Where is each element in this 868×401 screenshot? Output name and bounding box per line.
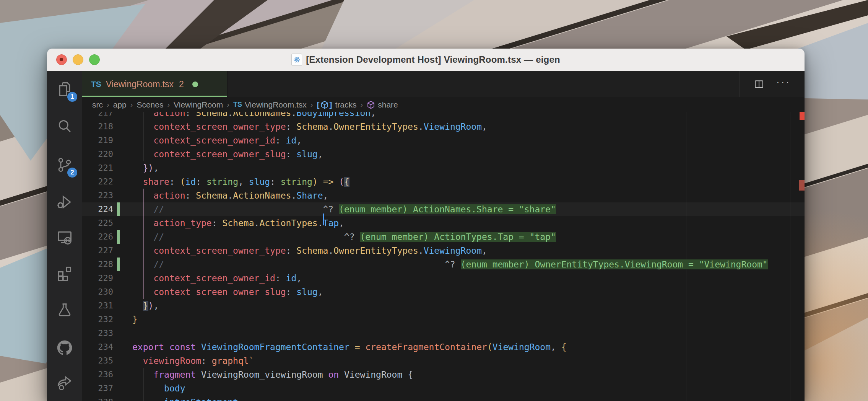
code-line-235[interactable]: 235 viewingRoom: graphql`	[82, 354, 805, 368]
tab-bar: TS ViewingRoom.tsx 2 ···	[82, 71, 805, 97]
minimize-window-button[interactable]	[73, 54, 83, 65]
activity-bar-item-run-and-debug[interactable]	[47, 189, 82, 215]
inline-type-annotation: (enum member) ActionNames.Share = "share…	[339, 204, 556, 214]
code-text: viewingRoom: graphql`	[132, 354, 254, 368]
code-text: context_screen_owner_type: Schema.OwnerE…	[132, 244, 487, 258]
line-number: 232	[82, 313, 113, 326]
code-line-236[interactable]: 236 fragment ViewingRoom_viewingRoom on …	[82, 368, 805, 381]
activity-bar-item-testing[interactable]	[47, 297, 82, 324]
code-line-219[interactable]: 219 context_screen_owner_id: id,	[82, 134, 805, 147]
activity-bar-item-search[interactable]	[47, 113, 82, 140]
zoom-window-button[interactable]	[89, 54, 100, 65]
code-line-217[interactable]: 217 action: Schema.ActionNames.BodyImpre…	[82, 112, 805, 120]
code-text: }),	[132, 161, 159, 175]
code-line-224[interactable]: 224 // ^? (enum member) ActionNames.Shar…	[82, 202, 805, 216]
explorer-badge: 1	[67, 92, 77, 102]
activity-bar-item-github[interactable]	[47, 334, 82, 361]
activity-bar: 12	[47, 71, 82, 401]
breadcrumb-item-tracks[interactable]: []tracks	[317, 100, 357, 109]
code-text: body	[132, 381, 185, 395]
breadcrumb-separator: ›	[130, 100, 133, 109]
editor-actions: ···	[739, 71, 805, 97]
line-number: 219	[82, 134, 113, 147]
git-modified-gutter-bar	[117, 202, 120, 216]
code-line-233[interactable]: 233	[82, 326, 805, 340]
close-window-button[interactable]	[56, 54, 67, 65]
breadcrumb-separator: ›	[167, 100, 170, 109]
traffic-lights	[47, 54, 100, 65]
line-number: 225	[82, 216, 113, 230]
vscode-window: [Extension Development Host] ViewingRoom…	[47, 49, 805, 401]
live-share-icon	[56, 375, 73, 391]
code-editor[interactable]: 217 action: Schema.ActionNames.BodyImpre…	[82, 112, 805, 401]
code-line-230[interactable]: 230 context_screen_owner_slug: slug,	[82, 285, 805, 299]
tab-filename: ViewingRoom.tsx	[106, 79, 174, 90]
source-control-badge: 2	[67, 168, 77, 178]
code-line-238[interactable]: 238 introStatement	[82, 395, 805, 401]
line-number: 228	[82, 258, 113, 271]
breadcrumb-item-src[interactable]: src	[92, 100, 103, 109]
breadcrumb-item-viewingroom-tsx[interactable]: TSViewingRoom.tsx	[233, 100, 307, 109]
code-line-221[interactable]: 221 }),	[82, 161, 805, 175]
code-text: context_screen_owner_id: id,	[132, 271, 302, 285]
line-number: 236	[82, 368, 113, 381]
line-number: 235	[82, 354, 113, 368]
ts-file-icon: TS	[91, 80, 101, 89]
activity-bar-item-remote-explorer[interactable]	[47, 224, 82, 251]
code-line-227[interactable]: 227 context_screen_owner_type: Schema.Ow…	[82, 244, 805, 258]
line-number: 237	[82, 381, 113, 395]
tab-viewingroom-tsx[interactable]: TS ViewingRoom.tsx 2	[82, 71, 228, 97]
code-line-229[interactable]: 229 context_screen_owner_id: id,	[82, 271, 805, 285]
ts-file-icon: TS	[233, 101, 242, 109]
breadcrumb-item-scenes[interactable]: Scenes	[137, 100, 163, 109]
code-line-228[interactable]: 228 // ^? (enum member) OwnerEntityTypes…	[82, 258, 805, 271]
code-line-223[interactable]: 223 action: Schema.ActionNames.Share,	[82, 189, 805, 202]
testing-icon	[56, 302, 73, 319]
code-line-237[interactable]: 237 body	[82, 381, 805, 395]
activity-bar-item-source-control[interactable]: 2	[47, 152, 82, 178]
code-line-234[interactable]: 234export const ViewingRoomFragmentConta…	[82, 340, 805, 354]
line-number: 222	[82, 175, 113, 189]
breadcrumb-separator: ›	[310, 100, 313, 109]
breadcrumb-separator: ›	[227, 100, 229, 109]
code-line-220[interactable]: 220 context_screen_owner_slug: slug,	[82, 147, 805, 161]
run-and-debug-icon	[56, 194, 73, 210]
breadcrumb-item-share[interactable]: share	[367, 100, 398, 109]
git-modified-gutter-bar	[117, 230, 120, 244]
breadcrumb-separator: ›	[107, 100, 109, 109]
line-number: 221	[82, 161, 113, 175]
code-text: introStatement	[132, 395, 238, 401]
code-text: action: Schema.ActionNames.Share,	[132, 189, 328, 202]
code-text: // ^? (enum member) ActionNames.Share = …	[132, 202, 556, 216]
code-text: context_screen_owner_id: id,	[132, 134, 302, 147]
code-line-222[interactable]: 222 share: (id: string, slug: string) =>…	[82, 175, 805, 189]
breadcrumb-item-app[interactable]: app	[113, 100, 127, 109]
more-actions-icon[interactable]: ···	[776, 82, 791, 86]
code-line-225[interactable]: 225 action_type: Schema.ActionTypes.Tap,	[82, 216, 805, 230]
line-number: 218	[82, 120, 113, 134]
breadcrumb-item-viewingroom[interactable]: ViewingRoom	[174, 100, 223, 109]
code-line-231[interactable]: 231 }),	[82, 299, 805, 313]
activity-bar-item-extensions[interactable]	[47, 260, 82, 287]
code-line-232[interactable]: 232}	[82, 313, 805, 326]
activity-bar-item-live-share[interactable]	[47, 370, 82, 396]
overview-ruler-error-mark	[800, 112, 805, 120]
breadcrumb-separator: ›	[361, 100, 363, 109]
split-editor-icon[interactable]	[753, 78, 765, 90]
line-number: 224	[82, 202, 113, 216]
breadcrumb: src›app›Scenes›ViewingRoom›TSViewingRoom…	[82, 97, 805, 112]
remote-explorer-icon	[56, 229, 73, 246]
github-icon	[56, 339, 73, 356]
line-number: 223	[82, 189, 113, 202]
code-line-226[interactable]: 226 // ^? (enum member) ActionTypes.Tap …	[82, 230, 805, 244]
modified-indicator-dot[interactable]	[192, 82, 198, 87]
line-number: 229	[82, 271, 113, 285]
git-modified-gutter-bar	[117, 258, 120, 271]
code-text: fragment ViewingRoom_viewingRoom on View…	[132, 368, 413, 381]
search-icon	[56, 118, 73, 135]
line-number: 233	[82, 326, 113, 340]
activity-bar-item-explorer[interactable]: 1	[47, 76, 82, 103]
window-titlebar[interactable]: [Extension Development Host] ViewingRoom…	[47, 49, 805, 71]
code-line-218[interactable]: 218 context_screen_owner_type: Schema.Ow…	[82, 120, 805, 134]
symbol-array-icon: [	[317, 100, 320, 109]
